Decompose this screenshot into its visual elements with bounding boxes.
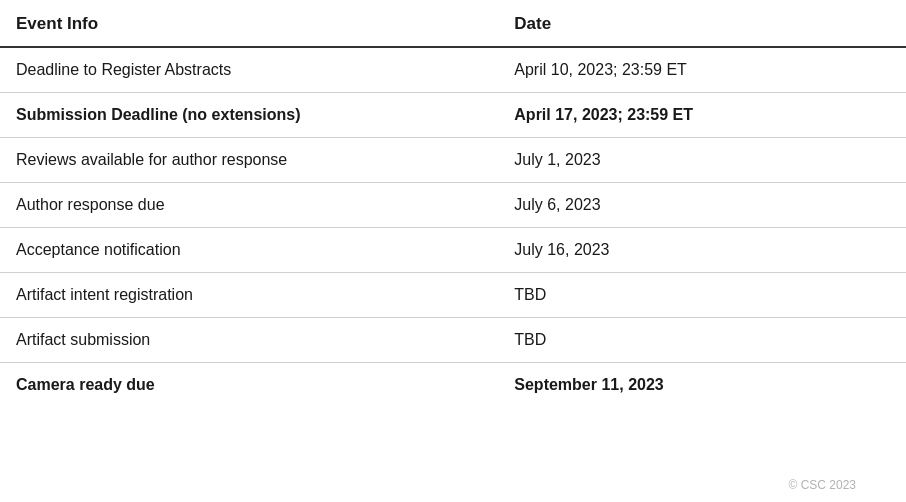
date-cell-acceptance-notification: July 16, 2023 <box>498 228 906 273</box>
event-cell-author-response-due: Author response due <box>0 183 498 228</box>
event-cell-artifact-submission: Artifact submission <box>0 318 498 363</box>
date-header: Date <box>498 0 906 47</box>
date-cell-camera-ready-due: September 11, 2023 <box>498 363 906 408</box>
event-cell-reviews-available: Reviews available for author response <box>0 138 498 183</box>
table-row: Artifact intent registrationTBD <box>0 273 906 318</box>
table-body: Deadline to Register AbstractsApril 10, … <box>0 47 906 407</box>
table-row: Camera ready dueSeptember 11, 2023 <box>0 363 906 408</box>
watermark: © CSC 2023 <box>788 478 856 492</box>
table-row: Artifact submissionTBD <box>0 318 906 363</box>
table-row: Acceptance notificationJuly 16, 2023 <box>0 228 906 273</box>
date-cell-artifact-intent-registration: TBD <box>498 273 906 318</box>
event-cell-submission-deadline: Submission Deadline (no extensions) <box>0 93 498 138</box>
header-row: Event Info Date <box>0 0 906 47</box>
table-row: Author response dueJuly 6, 2023 <box>0 183 906 228</box>
date-cell-author-response-due: July 6, 2023 <box>498 183 906 228</box>
table-row: Reviews available for author responseJul… <box>0 138 906 183</box>
event-cell-acceptance-notification: Acceptance notification <box>0 228 498 273</box>
event-cell-camera-ready-due: Camera ready due <box>0 363 498 408</box>
date-cell-deadline-register-abstracts: April 10, 2023; 23:59 ET <box>498 47 906 93</box>
table-container: Event Info Date Deadline to Register Abs… <box>0 0 906 407</box>
table-row: Submission Deadline (no extensions)April… <box>0 93 906 138</box>
table-header: Event Info Date <box>0 0 906 47</box>
event-info-header: Event Info <box>0 0 498 47</box>
date-cell-artifact-submission: TBD <box>498 318 906 363</box>
event-info-table: Event Info Date Deadline to Register Abs… <box>0 0 906 407</box>
date-cell-submission-deadline: April 17, 2023; 23:59 ET <box>498 93 906 138</box>
date-cell-reviews-available: July 1, 2023 <box>498 138 906 183</box>
table-row: Deadline to Register AbstractsApril 10, … <box>0 47 906 93</box>
event-cell-artifact-intent-registration: Artifact intent registration <box>0 273 498 318</box>
event-cell-deadline-register-abstracts: Deadline to Register Abstracts <box>0 47 498 93</box>
page-wrapper: Event Info Date Deadline to Register Abs… <box>0 0 906 502</box>
